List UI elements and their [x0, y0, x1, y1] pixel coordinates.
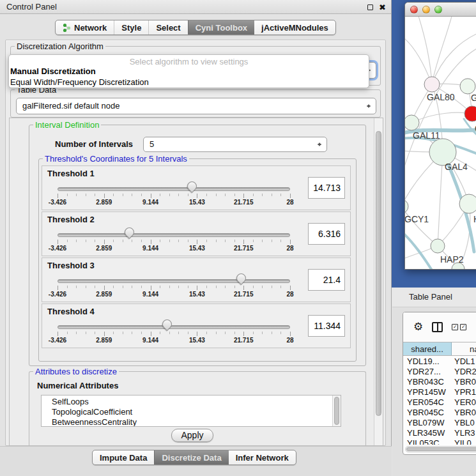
- cell-shared-name: YBR045C: [403, 408, 452, 418]
- slider-track[interactable]: [58, 325, 290, 329]
- table-data-combo[interactable]: galFiltered.sif default node: [16, 98, 376, 114]
- tick-label: 9.144: [142, 245, 158, 252]
- table-row[interactable]: YIL053CYIL0: [403, 438, 476, 445]
- tab-select[interactable]: Select: [148, 20, 187, 35]
- node-table-window: ⚙ ✓ ✓ shared... na YDL19...YDL1YDR27...Y…: [403, 312, 476, 455]
- tab-discretize-data[interactable]: Discretize Data: [154, 450, 228, 464]
- tick-label: 28: [286, 291, 293, 298]
- table-row[interactable]: YDR27...YDR2: [403, 367, 476, 377]
- threshold-value-field[interactable]: 6.316: [308, 223, 345, 245]
- cell-shared-name: YIL053C: [403, 438, 452, 445]
- threshold-panel: Threshold 3-3.4262.8599.14415.4321.71528…: [42, 257, 351, 302]
- slider-tick-labels: -3.4262.8599.14415.4321.71528: [58, 337, 290, 344]
- tab-label: Cyni Toolbox: [196, 23, 247, 33]
- table-row[interactable]: YPR145WYPR1: [403, 387, 476, 397]
- network-node[interactable]: [405, 115, 419, 130]
- slider-track[interactable]: [58, 187, 290, 191]
- slider-ticks: [58, 286, 290, 291]
- tab-network[interactable]: Network: [56, 20, 114, 35]
- table-data-combo-value: galFiltered.sif default node: [22, 98, 119, 114]
- table-panel-title: Table Panel: [409, 292, 452, 302]
- number-of-intervals-combo[interactable]: 5: [143, 137, 327, 152]
- cell-name: YBR0: [452, 377, 476, 387]
- cell-name: YDL1: [452, 357, 476, 367]
- network-node[interactable]: [431, 239, 445, 253]
- tab-impute-data[interactable]: Impute Data: [93, 450, 154, 464]
- network-edge[interactable]: [411, 112, 472, 123]
- float-window-icon[interactable]: [367, 4, 373, 10]
- gear-icon[interactable]: ⚙: [413, 321, 423, 332]
- attribute-list-item[interactable]: BetweennessCentrality: [42, 417, 341, 427]
- network-node-label: GA: [471, 93, 476, 103]
- network-edge[interactable]: [405, 36, 432, 84]
- spinner-arrows-icon: [317, 141, 322, 148]
- list-scrollbar[interactable]: [332, 395, 341, 426]
- dropdown-option[interactable]: Equal Width/Frequency Discretization: [9, 77, 369, 88]
- checkbox-icon[interactable]: ✓: [452, 324, 458, 330]
- column-header-shared-name[interactable]: shared...: [403, 342, 452, 355]
- dropdown-option[interactable]: Manual Discretization: [9, 66, 369, 77]
- network-node[interactable]: [405, 199, 408, 213]
- settings-scroll-panel: Interval Definition Number of Intervals …: [9, 118, 383, 446]
- cell-shared-name: YBL079W: [403, 418, 452, 428]
- table-row[interactable]: YER054CYER0: [403, 397, 476, 408]
- tab-cyni-toolbox[interactable]: Cyni Toolbox: [188, 20, 254, 35]
- tick-label: 28: [286, 337, 293, 344]
- table-row[interactable]: YDL19...YDL1: [403, 357, 476, 367]
- tick-label: -3.426: [49, 245, 66, 252]
- attribute-list-item[interactable]: SelfLoops: [42, 397, 341, 407]
- tick-label: 21.715: [234, 291, 254, 298]
- tick-label: 15.43: [189, 337, 205, 344]
- apply-button[interactable]: Apply: [171, 429, 213, 442]
- network-node[interactable]: [460, 79, 475, 94]
- slider-track[interactable]: [58, 279, 290, 283]
- tick-label: 2.859: [96, 291, 112, 298]
- threshold-label: Threshold 4: [47, 307, 95, 316]
- threshold-panel: Threshold 1-3.4262.8599.14415.4321.71528…: [42, 165, 351, 210]
- network-node-label: GAL80: [427, 92, 455, 102]
- network-edge-highlighted[interactable]: [405, 231, 433, 270]
- checkbox-icon[interactable]: ✓: [460, 324, 466, 330]
- minimize-traffic-light-icon[interactable]: [422, 6, 430, 13]
- threshold-value-field[interactable]: 11.344: [308, 315, 345, 337]
- slider-ticks: [58, 194, 290, 199]
- split-view-icon[interactable]: [432, 322, 443, 332]
- network-canvas[interactable]: GAL80GACGAL11GAL4GCY1HHAP2: [405, 17, 476, 270]
- tick-label: 28: [286, 245, 293, 252]
- slider-tick-labels: -3.4262.8599.14415.4321.71528: [58, 291, 290, 298]
- threshold-value-field[interactable]: 14.713: [308, 177, 345, 199]
- close-traffic-light-icon[interactable]: [410, 6, 418, 13]
- cell-shared-name: YER054C: [403, 397, 452, 408]
- slider-tick-labels: -3.4262.8599.14415.4321.71528: [58, 245, 290, 252]
- tick-label: 21.715: [234, 199, 254, 206]
- network-node[interactable]: [424, 77, 440, 92]
- table-row[interactable]: YLR345WYLR3: [403, 428, 476, 438]
- number-of-intervals-label: Number of Intervals: [55, 139, 133, 149]
- table-row[interactable]: YBR043CYBR0: [403, 377, 476, 387]
- threshold-label: Threshold 1: [47, 169, 95, 178]
- table-body: YDL19...YDL1YDR27...YDR2YBR043CYBR0YPR14…: [403, 357, 476, 445]
- tab-jactivemnodules[interactable]: jActiveMNodules: [254, 20, 335, 35]
- tab-style[interactable]: Style: [114, 20, 148, 35]
- threshold-value-field[interactable]: 21.4: [308, 269, 345, 291]
- tick-label: 9.144: [142, 337, 158, 344]
- zoom-traffic-light-icon[interactable]: [434, 6, 442, 13]
- tick-label: 15.43: [189, 199, 205, 206]
- table-row[interactable]: YBR045CYBR0: [403, 408, 476, 418]
- table-horizontal-scrollbar[interactable]: [405, 446, 476, 452]
- tick-label: 21.715: [234, 337, 254, 344]
- attribute-list-item[interactable]: TopologicalCoefficient: [42, 407, 341, 417]
- network-edge[interactable]: [418, 17, 432, 84]
- table-row[interactable]: YBL079WYBL0: [403, 418, 476, 428]
- column-header-name[interactable]: na: [452, 342, 476, 355]
- cell-name: YLR3: [452, 428, 476, 438]
- close-icon[interactable]: ✖: [379, 3, 386, 12]
- number-of-intervals-value: 5: [150, 137, 154, 151]
- network-node-label: GCY1: [405, 214, 429, 224]
- tab-infer-network[interactable]: Infer Network: [229, 450, 296, 464]
- settings-scrollbar[interactable]: [374, 118, 383, 445]
- network-edge[interactable]: [438, 152, 443, 246]
- numerical-attributes-list[interactable]: SelfLoopsTopologicalCoefficientBetweenne…: [41, 395, 341, 427]
- network-node[interactable]: [459, 194, 476, 213]
- slider-track[interactable]: [58, 233, 290, 237]
